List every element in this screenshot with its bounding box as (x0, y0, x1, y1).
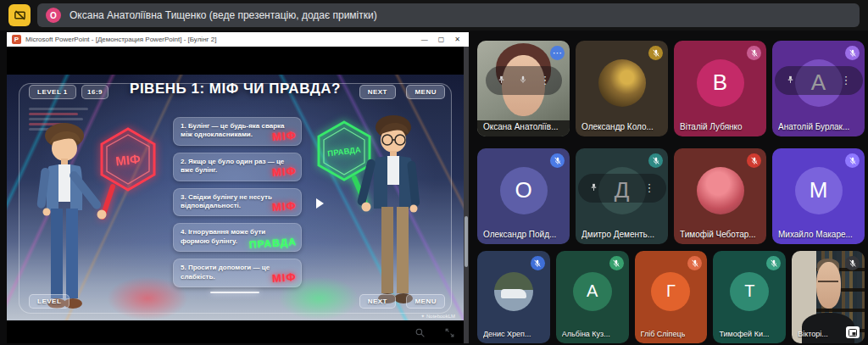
mic-off-badge (609, 256, 624, 270)
statement-card[interactable]: 4. Ігнорування може бути формою булінгу.… (173, 223, 302, 252)
statement-card[interactable]: 3. Свідки булінгу не несуть відповідальн… (173, 188, 302, 217)
mic-off-badge (550, 153, 565, 168)
participant-tile[interactable]: ММихайло Макаре... (772, 148, 865, 244)
fullscreen-expand-icon[interactable] (444, 327, 455, 338)
top-bar: О Оксана Анатоліївна Тищенко (веде презе… (0, 0, 868, 31)
mic-off-badge (747, 153, 761, 168)
more-options-icon[interactable]: ⋮ (841, 76, 852, 85)
green-floor-glow (278, 276, 359, 320)
more-options-icon[interactable]: ⋮ (540, 76, 551, 85)
mic-off-badge (845, 46, 860, 60)
pin-icon[interactable] (589, 181, 598, 196)
maximize-button[interactable]: ▢ (438, 32, 445, 47)
slide-canvas[interactable]: РІВЕНЬ 1: МІФ ЧИ ПРАВДА? LEVEL 1 16:9 NE… (7, 75, 464, 320)
statement-text: 1. Булінг — це будь-яка сварка між однок… (181, 122, 285, 138)
menu-button-top[interactable]: MENU (406, 85, 445, 99)
avatar-initial-circle: М (795, 167, 843, 214)
participants-row-1: ⋮⋯Оксана Анатоліїв...Олександр Коло...ВВ… (477, 41, 865, 136)
next-button-top[interactable]: NEXT (359, 85, 396, 99)
statement-text: 5. Просити допомоги — це слабкість. (181, 264, 270, 280)
participant-tile[interactable]: ААльбіна Куз... (556, 251, 629, 343)
participant-name: Оксана Анатоліїв... (483, 122, 559, 131)
pin-icon[interactable] (786, 73, 795, 88)
hover-controls: ⋮ (578, 174, 666, 203)
avatar-initial-circle: В (697, 59, 744, 107)
mic-off-badge (648, 153, 663, 168)
notebooklm-watermark: ✦ NotebookLM (420, 313, 455, 319)
statement-card[interactable]: 1. Булінг — це будь-яка сварка між однок… (173, 117, 302, 146)
participant-name: Михайло Макаре... (778, 230, 853, 239)
red-floor-glow (107, 276, 188, 320)
mic-off-badge (845, 153, 860, 168)
powerpoint-window-title: Microsoft PowerPoint - [Демонстрация Pow… (25, 36, 417, 43)
statement-text: 3. Свідки булінгу не несуть відповідальн… (181, 193, 272, 209)
participant-tile[interactable]: Олександр Коло... (576, 41, 668, 136)
presenter-pill: О Оксана Анатоліївна Тищенко (веде презе… (37, 3, 860, 27)
verdict-stamp: МІФ (272, 164, 298, 181)
close-button[interactable]: ✕ (454, 32, 460, 47)
statement-card[interactable]: 2. Якщо це було один раз — це вже булінг… (173, 153, 302, 181)
slideshow-toolbar (415, 327, 455, 338)
window-controls: — ▢ ✕ (421, 32, 464, 47)
mic-off-badge (531, 256, 545, 270)
powerpoint-logo-icon: P (12, 35, 21, 44)
participant-name: Вікторі... (798, 330, 828, 338)
participant-name: Альбіна Куз... (562, 330, 610, 338)
mic-off-badge (648, 46, 663, 60)
avatar-initial-circle: Т (730, 272, 769, 311)
timer-badge: 16:9 (81, 85, 108, 99)
participant-tile[interactable]: Д⋮Дмитро Дементь... (576, 148, 668, 244)
pin-icon[interactable] (497, 73, 506, 88)
more-options-icon[interactable]: ⋮ (644, 184, 655, 192)
stop-presenting-button[interactable] (8, 4, 31, 26)
mic-off-badge (747, 46, 761, 60)
participant-tile[interactable]: ООлександр Пойд... (477, 148, 570, 244)
participant-name: Олександр Пойд... (483, 230, 556, 239)
presenter-avatar: О (46, 8, 61, 23)
mic-off-badge (687, 256, 702, 270)
picture-in-picture-icon[interactable] (846, 326, 860, 338)
level-button[interactable]: LEVEL (29, 294, 70, 309)
floor-highlight (210, 292, 259, 293)
participant-tile[interactable]: ⋮⋯Оксана Анатоліїв... (477, 41, 570, 136)
avatar-initial-circle: Г (651, 272, 690, 311)
avatar-photo (598, 59, 646, 107)
statement-text: 2. Якщо це було один раз — це вже булінг… (181, 158, 284, 174)
verdict-stamp: ПРАВДА (249, 236, 298, 252)
participant-tile[interactable]: ВВіталій Лубянко (674, 41, 766, 136)
next-button-bottom[interactable]: NEXT (359, 294, 396, 309)
zoom-magnifier-icon[interactable] (415, 327, 426, 338)
participant-tile[interactable]: А⋮Анатолій Бурлак... (772, 41, 865, 136)
window-scrollbar[interactable] (464, 47, 469, 343)
menu-button-bottom[interactable]: MENU (406, 294, 445, 309)
participant-name: Віталій Лубянко (680, 122, 743, 131)
verdict-stamp: МІФ (272, 129, 298, 145)
mic-off-badge (766, 256, 781, 270)
participant-tile[interactable]: Денис Хреп... (477, 251, 550, 343)
presentation-off-icon (14, 9, 26, 22)
avatar-initial-circle: О (500, 167, 548, 214)
scrollbar-thumb[interactable] (465, 216, 468, 267)
person-face (816, 262, 841, 309)
participant-tile[interactable]: Вікторі... (792, 251, 865, 343)
participant-tile[interactable]: ТТимофей Ки... (713, 251, 786, 343)
mic-icon[interactable] (519, 73, 527, 88)
participants-row-2: ООлександр Пойд...Д⋮Дмитро Дементь...Тим… (477, 148, 865, 244)
avatar-photo (697, 167, 744, 214)
hover-controls: ⋮ (486, 66, 562, 95)
statements-list: 1. Булінг — це будь-яка сварка між однок… (173, 117, 302, 287)
participant-name: Тимофей Ки... (719, 330, 769, 338)
participant-tile[interactable]: Тимофій Чеботар... (674, 148, 766, 244)
powerpoint-titlebar[interactable]: P Microsoft PowerPoint - [Демонстрация P… (7, 32, 469, 47)
participant-tile[interactable]: ГГліб Сліпець (635, 251, 708, 343)
participant-name: Дмитро Дементь... (581, 230, 654, 239)
participant-name: Анатолій Бурлак... (778, 122, 849, 131)
participants-grid: ⋮⋯Оксана Анатоліїв...Олександр Коло...ВВ… (477, 41, 865, 343)
more-options-badge[interactable]: ⋯ (550, 46, 565, 60)
meet-screen: О Оксана Анатоліївна Тищенко (веде презе… (0, 0, 868, 345)
minimize-button[interactable]: — (421, 32, 428, 47)
avatar-initial-circle: А (573, 272, 612, 311)
participants-row-3: Денис Хреп...ААльбіна Куз...ГГліб Сліпец… (477, 251, 865, 343)
powerpoint-window: P Microsoft PowerPoint - [Демонстрация P… (7, 32, 469, 343)
level-badge: LEVEL 1 (29, 85, 76, 99)
